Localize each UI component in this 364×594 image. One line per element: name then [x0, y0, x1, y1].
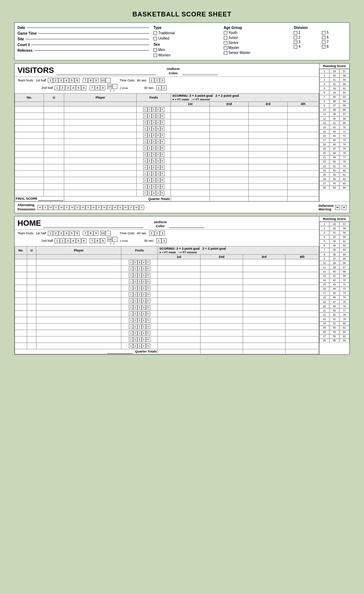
player-q3-cell[interactable]	[249, 177, 288, 184]
player-q3-cell[interactable]	[243, 330, 285, 336]
player-uniform-cell[interactable]	[44, 106, 64, 113]
div2-option[interactable]: 2	[294, 35, 318, 39]
player-name-cell[interactable]	[36, 279, 121, 285]
rs-cell[interactable]: 39	[329, 265, 339, 269]
rs-cell[interactable]: 42	[329, 125, 339, 129]
rs-cell[interactable]: 55	[329, 334, 339, 339]
table-row[interactable]: 12345	[15, 145, 319, 151]
foul-number[interactable]: 3	[152, 146, 156, 150]
foul-number[interactable]: 3	[152, 159, 156, 163]
player-name-cell[interactable]	[36, 304, 121, 311]
gametime-line[interactable]	[38, 33, 149, 34]
foul-number[interactable]: 4	[142, 311, 146, 316]
rs-cell[interactable]: 67	[339, 112, 349, 116]
foul-number[interactable]: 2	[133, 292, 137, 297]
div3-option[interactable]: 3	[294, 40, 318, 44]
player-name-cell[interactable]	[36, 336, 121, 343]
table-row[interactable]: 12345	[15, 119, 319, 126]
player-uniform-cell[interactable]	[27, 330, 36, 336]
player-number-cell[interactable]	[15, 324, 27, 330]
foul-number[interactable]: 1	[129, 311, 133, 316]
rs-cell[interactable]: 39	[329, 112, 339, 116]
rs-cell[interactable]: 38	[329, 108, 339, 112]
player-q1-cell[interactable]	[171, 126, 210, 132]
rs-cell[interactable]: 1	[319, 222, 329, 226]
rs-cell[interactable]: 48	[329, 151, 339, 155]
rs-cell[interactable]: 75	[339, 300, 349, 304]
rs-cell[interactable]: 64	[339, 99, 349, 104]
player-name-cell[interactable]	[64, 190, 137, 196]
div8-option[interactable]: 8	[322, 45, 347, 49]
rs-cell[interactable]: 56	[329, 339, 339, 343]
player-q3-cell[interactable]	[249, 145, 288, 151]
foul-number[interactable]: 3	[137, 344, 142, 348]
foul-number[interactable]: 5	[146, 279, 150, 284]
player-number-cell[interactable]	[15, 330, 27, 336]
foul-number[interactable]: 5	[160, 171, 165, 176]
foul-number[interactable]: 3	[152, 139, 156, 144]
player-number-cell[interactable]	[15, 190, 44, 196]
player-q2-cell[interactable]	[210, 177, 249, 184]
foul-number[interactable]: 4	[142, 260, 146, 265]
foul-number[interactable]: 3	[152, 120, 156, 125]
player-q1-cell[interactable]	[171, 158, 210, 164]
rs-cell[interactable]: 62	[339, 244, 349, 248]
rs-cell[interactable]: 24	[319, 321, 329, 326]
rs-cell[interactable]: 38	[329, 261, 339, 265]
player-q4-cell[interactable]	[288, 171, 319, 177]
player-q3-cell[interactable]	[249, 139, 288, 145]
table-row[interactable]: 12345	[15, 272, 319, 279]
player-q3-cell[interactable]	[249, 126, 288, 132]
player-q1-cell[interactable]	[158, 259, 200, 266]
player-q2-cell[interactable]	[210, 184, 249, 190]
rs-cell[interactable]: 27	[319, 334, 329, 339]
rs-cell[interactable]: 50	[329, 313, 339, 317]
player-q3-cell[interactable]	[243, 291, 285, 298]
rs-cell[interactable]: 20	[319, 151, 329, 155]
junior-option[interactable]: Junior	[224, 36, 290, 40]
player-q1-cell[interactable]	[158, 298, 200, 304]
player-name-cell[interactable]	[64, 126, 137, 132]
foul-number[interactable]: 1	[129, 273, 133, 278]
rs-cell[interactable]: 69	[339, 274, 349, 278]
rs-cell[interactable]: 16	[319, 287, 329, 291]
rs-cell[interactable]: 60	[339, 235, 349, 239]
rs-cell[interactable]: 42	[329, 278, 339, 283]
foul-number[interactable]: 1	[129, 299, 133, 303]
player-q4-cell[interactable]	[288, 177, 319, 184]
table-row[interactable]: 12345	[15, 330, 319, 336]
foul-number[interactable]: 3	[152, 133, 156, 138]
court-line[interactable]	[31, 45, 149, 45]
player-q4-cell[interactable]	[288, 132, 319, 139]
rs-cell[interactable]: 15	[319, 129, 329, 134]
player-q4-cell[interactable]	[285, 272, 319, 279]
player-q3-cell[interactable]	[249, 158, 288, 164]
rs-cell[interactable]: 23	[319, 317, 329, 321]
div5-option[interactable]: 5	[322, 31, 347, 35]
rs-cell[interactable]: 57	[339, 222, 349, 226]
foul-number[interactable]: 3	[137, 260, 142, 265]
foul-number[interactable]: 4	[142, 292, 146, 297]
rs-cell[interactable]: 44	[329, 134, 339, 138]
foul-number[interactable]: 2	[133, 279, 137, 284]
rs-cell[interactable]: 49	[329, 308, 339, 313]
player-fouls-cell[interactable]: 12345	[121, 324, 158, 330]
player-number-cell[interactable]	[15, 311, 27, 317]
player-number-cell[interactable]	[15, 145, 44, 151]
table-row[interactable]: 12345	[15, 324, 319, 330]
foul-number[interactable]: 1	[143, 159, 147, 163]
youth-option[interactable]: Youth	[224, 31, 290, 35]
senior-option[interactable]: Senior	[224, 41, 290, 45]
visitors-name-line[interactable]	[56, 74, 156, 75]
foul-number[interactable]: 4	[156, 191, 160, 195]
foul-number[interactable]: 5	[160, 114, 165, 118]
player-q3-cell[interactable]	[249, 171, 288, 177]
rs-cell[interactable]: 30	[329, 73, 339, 78]
rs-cell[interactable]: 37	[329, 256, 339, 261]
table-row[interactable]: 12345	[15, 285, 319, 291]
player-uniform-cell[interactable]	[44, 177, 64, 184]
player-q3-cell[interactable]	[243, 298, 285, 304]
rs-cell[interactable]: 12	[319, 116, 329, 121]
rs-cell[interactable]: 5	[319, 239, 329, 244]
foul-number[interactable]: 5	[160, 107, 165, 112]
